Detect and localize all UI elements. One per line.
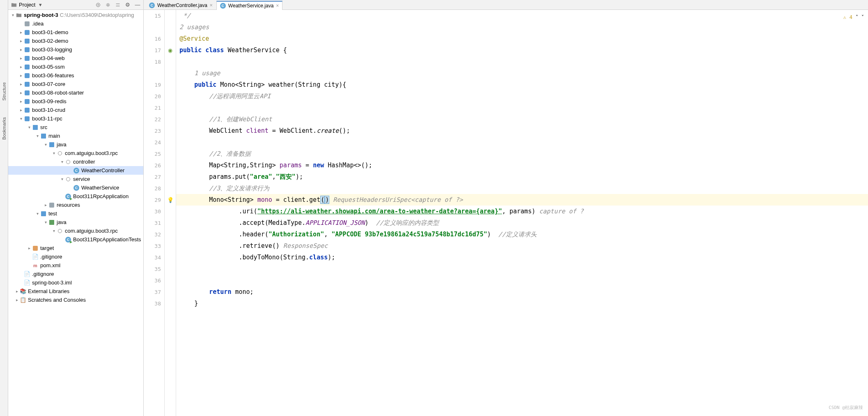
expand-arrow-icon[interactable]: ▾ xyxy=(34,134,40,138)
collapse-all-icon[interactable] xyxy=(115,2,121,8)
expand-arrow-icon[interactable]: ▾ xyxy=(59,177,65,181)
tree-root[interactable]: ▾ spring-boot-3 C:\Users\53409\Desktop\s… xyxy=(8,11,143,19)
tree-item[interactable]: C▶Boot311RpcApplication xyxy=(8,192,143,201)
tree-item-label: service xyxy=(73,176,90,182)
line-number: 22 xyxy=(144,113,164,125)
tree-item[interactable]: ▸boot3-05-ssm xyxy=(8,62,143,71)
tree-item[interactable]: ▾java xyxy=(8,140,143,149)
tree-item[interactable]: mpom.xml xyxy=(8,261,143,270)
code-editor[interactable]: ⚠ 4 ˄ ˅ */ 2 usages @Service public clas… xyxy=(176,10,868,416)
tree-item[interactable]: ▾src xyxy=(8,123,143,132)
tree-item[interactable]: ▸boot3-03-logging xyxy=(8,45,143,54)
expand-arrow-icon[interactable]: ▸ xyxy=(18,56,24,60)
usages-hint[interactable]: 1 usage xyxy=(194,69,220,77)
expand-arrow-icon[interactable]: ▸ xyxy=(18,65,24,69)
inspections-widget[interactable]: ⚠ 4 ˄ ˅ xyxy=(843,12,864,23)
rail-bookmarks[interactable]: Bookmarks xyxy=(2,117,7,140)
tree-item[interactable]: ▸📚External Libraries xyxy=(8,287,143,296)
tree-item-label: boot3-09-redis xyxy=(32,98,67,104)
tree-item[interactable]: ▾java xyxy=(8,218,143,226)
tree-item[interactable]: ▸target xyxy=(8,244,143,252)
expand-arrow-icon[interactable]: ▸ xyxy=(18,108,24,112)
tab-weather-service[interactable]: C WeatherService.java × xyxy=(216,1,283,10)
expand-arrow-icon[interactable]: ▸ xyxy=(18,73,24,78)
hide-icon[interactable]: — xyxy=(134,2,141,8)
tree-item-label: boot3-03-logging xyxy=(32,46,72,53)
tree-item[interactable]: ▸boot3-07-core xyxy=(8,80,143,88)
expand-arrow-icon[interactable]: ▾ xyxy=(51,229,57,233)
close-icon[interactable]: × xyxy=(210,2,213,8)
tab-weather-controller[interactable]: C WeatherController.java × xyxy=(145,1,216,9)
tree-item[interactable]: ▾service xyxy=(8,175,143,183)
chevron-up-icon[interactable]: ˄ xyxy=(856,12,858,23)
tree-item-label: Boot311RpcApplication xyxy=(73,193,129,199)
line-number: 33 xyxy=(144,240,164,252)
expand-arrow-icon[interactable]: ▸ xyxy=(18,39,24,43)
expand-arrow-icon[interactable]: ▾ xyxy=(18,116,24,121)
expand-arrow-icon[interactable]: ▸ xyxy=(14,298,20,302)
tree-item-label: boot3-07-core xyxy=(32,81,65,87)
tree-item-label: test xyxy=(48,210,57,217)
line-number: 34 xyxy=(144,252,164,263)
tree-item-label: WeatherService xyxy=(81,185,119,191)
rail-structure[interactable]: Structure xyxy=(2,82,7,101)
tree-item[interactable]: .idea xyxy=(8,19,143,28)
tree-item[interactable]: CWeatherService xyxy=(8,183,143,192)
tree-item[interactable]: ▸resources xyxy=(8,201,143,209)
tree-item[interactable]: ▸boot3-06-features xyxy=(8,71,143,80)
tree-item[interactable]: ▸boot3-01-demo xyxy=(8,28,143,37)
locate-icon[interactable] xyxy=(95,2,101,8)
line-number: 29 xyxy=(144,194,164,206)
bean-icon[interactable]: ◉ xyxy=(168,47,172,53)
tree-item[interactable]: C▶Boot311RpcApplicationTests xyxy=(8,235,143,244)
tree-item[interactable]: 📄spring-boot-3.iml xyxy=(8,278,143,287)
close-icon[interactable]: × xyxy=(276,3,279,9)
expand-arrow-icon[interactable]: ▸ xyxy=(43,203,48,207)
tree-item[interactable]: ▾com.atguigu.boot3.rpc xyxy=(8,149,143,157)
project-tree[interactable]: ▾ spring-boot-3 C:\Users\53409\Desktop\s… xyxy=(8,10,143,416)
tree-item[interactable]: ▸boot3-09-redis xyxy=(8,97,143,106)
usages-hint[interactable]: 2 usages xyxy=(179,23,209,31)
tree-item[interactable]: ▸boot3-02-demo xyxy=(8,37,143,45)
tree-item[interactable]: ▾test xyxy=(8,209,143,218)
tree-item[interactable]: ▾com.atguigu.boot3.rpc xyxy=(8,226,143,235)
chevron-down-icon[interactable]: ▾ xyxy=(37,2,44,8)
tree-item[interactable]: ▾main xyxy=(8,132,143,140)
expand-arrow-icon[interactable]: ▸ xyxy=(18,47,24,52)
tree-item[interactable]: ▾controller xyxy=(8,157,143,166)
tree-root-label: spring-boot-3 xyxy=(24,12,58,18)
expand-all-icon[interactable] xyxy=(105,2,111,8)
tree-item-label: Boot311RpcApplicationTests xyxy=(73,236,141,243)
expand-arrow-icon[interactable]: ▾ xyxy=(43,220,48,224)
line-number: 16 xyxy=(144,33,164,44)
tree-item[interactable]: ▸boot3-10-crud xyxy=(8,106,143,114)
tree-item[interactable]: 📄.gitignore xyxy=(8,270,143,278)
tree-item[interactable]: ▾boot3-11-rpc xyxy=(8,114,143,123)
line-number: 24 xyxy=(144,136,164,148)
chevron-down-icon[interactable]: ˅ xyxy=(861,12,864,23)
project-title[interactable]: Project xyxy=(19,2,35,8)
tree-item-label: boot3-05-ssm xyxy=(32,64,64,70)
tree-item[interactable]: ▸boot3-08-robot-starter xyxy=(8,88,143,97)
expand-arrow-icon[interactable]: ▸ xyxy=(18,99,24,104)
expand-arrow-icon[interactable]: ▸ xyxy=(18,82,24,86)
expand-arrow-icon[interactable]: ▾ xyxy=(26,125,32,129)
expand-arrow-icon[interactable]: ▸ xyxy=(14,289,20,294)
tree-item[interactable]: 📄.gitignore xyxy=(8,252,143,261)
bulb-icon[interactable]: 💡 xyxy=(167,197,174,203)
expand-arrow-icon[interactable]: ▸ xyxy=(18,30,24,35)
tree-item[interactable]: ▸📋Scratches and Consoles xyxy=(8,296,143,304)
expand-arrow-icon[interactable]: ▾ xyxy=(51,151,57,155)
expand-arrow-icon[interactable]: ▾ xyxy=(34,211,40,216)
line-number: 19 xyxy=(144,79,164,90)
tree-item-label: .gitignore xyxy=(40,254,62,260)
gear-icon[interactable]: ⚙ xyxy=(124,2,131,8)
expand-arrow-icon[interactable]: ▾ xyxy=(43,142,48,147)
expand-arrow-icon[interactable]: ▾ xyxy=(59,159,65,164)
tree-item-label: target xyxy=(40,245,54,251)
line-number xyxy=(144,67,164,79)
tree-item[interactable]: CWeatherController xyxy=(8,166,143,175)
expand-arrow-icon[interactable]: ▸ xyxy=(18,90,24,95)
expand-arrow-icon[interactable]: ▸ xyxy=(26,246,32,250)
tree-item[interactable]: ▸boot3-04-web xyxy=(8,54,143,62)
